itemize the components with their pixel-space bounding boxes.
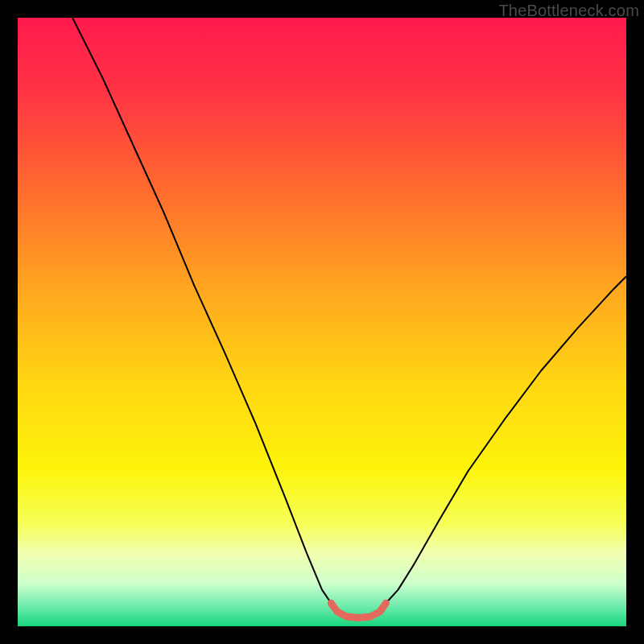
watermark-text: TheBottleneck.com xyxy=(498,2,639,20)
chart-svg xyxy=(18,18,626,626)
chart-frame: TheBottleneck.com xyxy=(0,0,644,644)
chart-plot-area xyxy=(18,18,626,626)
svg-rect-0 xyxy=(18,18,626,626)
